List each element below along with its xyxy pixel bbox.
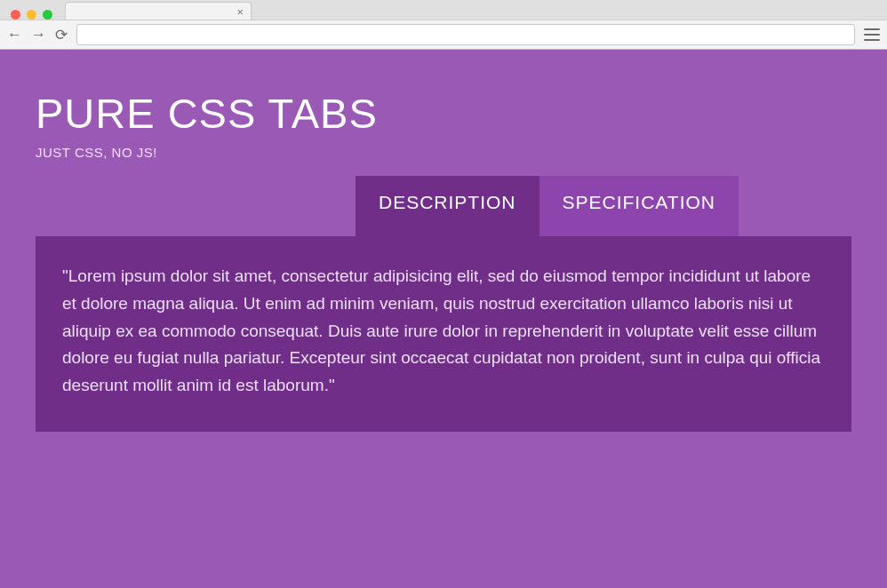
page-viewport: PURE CSS TABS JUST CSS, NO JS! DESCRIPTI…: [0, 50, 887, 588]
tab-specification[interactable]: SPECIFICATION: [539, 176, 739, 236]
browser-toolbar: ← → ⟳: [0, 20, 887, 50]
reload-icon[interactable]: ⟳: [55, 26, 68, 44]
tab-panel-description: "Lorem ipsum dolor sit amet, consectetur…: [36, 236, 851, 432]
back-icon[interactable]: ←: [7, 26, 22, 44]
maximize-window-button[interactable]: [43, 10, 52, 20]
window-controls: [5, 4, 60, 20]
tab-close-icon[interactable]: ×: [236, 5, 244, 17]
minimize-window-button[interactable]: [27, 10, 36, 20]
page-title: PURE CSS TABS: [36, 89, 851, 138]
tabs-component: DESCRIPTION SPECIFICATION "Lorem ipsum d…: [36, 176, 851, 432]
page-subtitle: JUST CSS, NO JS!: [36, 145, 851, 160]
tab-strip: ×: [0, 0, 887, 20]
url-input[interactable]: [76, 24, 855, 45]
browser-tab[interactable]: ×: [65, 2, 252, 20]
tab-description[interactable]: DESCRIPTION: [356, 176, 539, 236]
tab-row: DESCRIPTION SPECIFICATION: [36, 176, 851, 236]
browser-chrome: × ← → ⟳: [0, 0, 887, 50]
menu-icon[interactable]: [864, 28, 880, 41]
description-text: "Lorem ipsum dolor sit amet, consectetur…: [62, 263, 825, 400]
close-window-button[interactable]: [11, 10, 20, 20]
forward-icon[interactable]: →: [31, 26, 46, 44]
